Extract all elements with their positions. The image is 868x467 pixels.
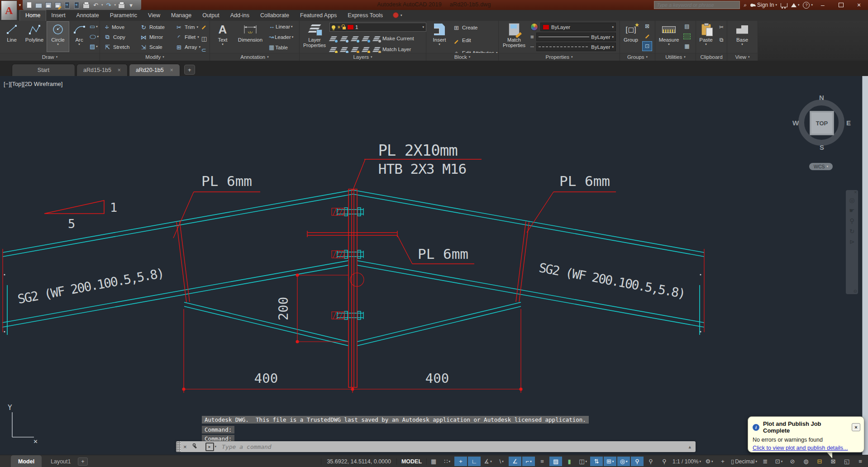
panel-label-groups[interactable]: Groups▾ [620,53,655,61]
object-snap-icon[interactable]: ⌐▾ [522,457,535,466]
layer-dropdown-arrow-icon[interactable]: ▾ [422,25,424,29]
object-isolate-icon[interactable]: ⊘ [786,457,799,466]
viewport-view-control[interactable]: [Top] [10,81,23,87]
application-menu-button[interactable]: A [1,0,17,20]
graphics-performance-icon[interactable]: ◍ [800,457,812,466]
pan-icon[interactable]: ☛ [849,207,855,214]
viewport-visual-style-control[interactable]: [2D Wireframe] [23,81,62,87]
command-recent-icon[interactable]: ▾ [215,445,217,448]
drawing-area[interactable]: Y ✕ PL 2X10mm HTB 2X3 M16 PL 6mm PL 6mm … [0,76,868,457]
minimize-button[interactable]: – [814,0,832,10]
layer-freeze-icon[interactable] [351,36,359,42]
file-tab-start[interactable]: Start [12,64,75,76]
group-edit-button[interactable] [643,32,652,41]
leader-button[interactable]: ↝Leader▾ [269,33,293,41]
ribbon-tab-manage[interactable]: Manage [166,10,197,21]
selection-cycling-icon[interactable]: ▮ [563,457,576,466]
dimension-button[interactable]: Dimension [234,22,267,52]
ortho-mode-icon[interactable]: ∟ [468,457,481,466]
notification-details-link[interactable]: Click to view plot and publish details..… [748,443,864,451]
stretch-button[interactable]: ⇱Stretch [104,42,140,52]
annotation-sync-icon[interactable]: ⚲ [658,457,671,466]
panel-label-draw[interactable]: Draw▾ [0,53,100,61]
application-menu-arrow-icon[interactable]: ▼ [18,3,22,7]
navbar-close-icon[interactable]: ✕ [854,190,857,195]
paste-dropdown-icon[interactable]: ▾ [705,43,707,46]
infer-constraints-icon[interactable]: + [454,457,467,466]
units-button[interactable]: ▯Decimal▾ [730,457,758,466]
isometric-drafting-icon[interactable]: \▾ [495,457,508,466]
viewcube-north[interactable]: N [819,94,824,101]
gizmo-icon[interactable]: ◎▾ [617,457,630,466]
layer-unlock-all-icon[interactable] [362,47,370,52]
panel-label-properties[interactable]: Properties▾ [499,53,620,61]
color-dropdown[interactable]: ByLayer▾ [540,23,616,31]
measure-button[interactable]: Measure ▾ [657,22,681,52]
plot-icon[interactable]: ⊟ [813,457,826,466]
group-button[interactable]: [◻]★ Group [621,22,641,52]
search-input[interactable] [654,1,740,9]
polar-tracking-icon[interactable]: ∡▾ [482,457,494,466]
lineweight-icon[interactable]: ≡ [530,33,534,40]
command-line-drag-handle[interactable] [176,441,181,452]
linetype-dropdown[interactable]: ByLayer▾ [536,43,616,51]
edit-block-button[interactable]: Edit [453,35,497,45]
base-button[interactable]: Base ▾ [731,22,754,52]
create-block-button[interactable]: ⊞Create [453,23,497,33]
arc-button[interactable]: Arc ▾ [70,22,89,52]
paste-button[interactable]: Paste ▾ [697,22,715,52]
quick-properties-icon[interactable]: ≣ [759,457,772,466]
orbit-icon[interactable]: ↻ [849,228,855,235]
search-icon[interactable]: ⌕ [744,2,747,8]
circle-button[interactable]: Circle ▾ [47,22,69,52]
base-dropdown-icon[interactable]: ▾ [741,43,743,46]
panel-label-utilities[interactable]: Utilities▾ [655,53,696,61]
linear-dimension-button[interactable]: ↔Linear▾ [269,23,293,30]
navigation-wheel-icon[interactable]: ◎ [849,196,854,204]
ribbon-tab-output[interactable]: Output [197,10,225,21]
linetype-icon[interactable]: ┄ [530,43,534,50]
text-dropdown-icon[interactable]: ▾ [222,43,224,46]
ribbon-tab-home[interactable]: Home [20,10,46,21]
measure-dropdown-icon[interactable]: ▾ [668,43,670,46]
command-close-icon[interactable]: × [183,443,187,450]
showmotion-icon[interactable]: ⊳ [849,238,855,245]
workspace-switching-icon[interactable]: + [716,457,729,466]
infocenter-record-icon[interactable] [393,12,399,18]
arc-dropdown-icon[interactable]: ▾ [78,43,80,46]
ribbon-tab-parametric[interactable]: Parametric [105,10,143,21]
annotation-autoscale-icon[interactable]: ⚲ [644,457,657,466]
dynamic-ucs-icon[interactable]: ⇅ [590,457,603,466]
ungroup-button[interactable]: ⊠ [643,22,652,31]
close-tab-icon[interactable]: × [118,67,121,73]
ellipse-tool-button[interactable]: ◯▾ [90,33,99,40]
panel-label-block[interactable]: Block▾ [426,53,498,61]
file-tab-ard15[interactable]: aRd15-1b5× [76,64,128,76]
move-button[interactable]: ↔↕Move [104,22,140,32]
navigation-bar[interactable]: ✕ ◎ ☛ ⚲ ↻ ⊳ ⊖ [846,190,858,294]
sign-in-button[interactable]: Sign In▾ [750,2,777,8]
ribbon-tab-annotate[interactable]: Annotate [71,10,105,21]
autodesk-apps-icon[interactable]: ▾ [791,3,800,7]
new-layout-button[interactable]: + [78,457,88,466]
lineweight-dropdown[interactable]: ByLayer▾ [536,33,616,41]
layer-lock-icon[interactable] [362,36,370,42]
object-snap-tracking-icon[interactable]: ∠ [509,457,521,466]
scale-button[interactable]: ⇲Scale [140,42,175,52]
snap-mode-icon[interactable]: ∷▾ [441,457,453,466]
ribbon-tab-insert[interactable]: Insert [46,10,71,21]
panel-label-annotation[interactable]: Annotation▾ [210,53,299,61]
notification-close-button[interactable]: × [852,423,860,431]
grid-display-icon[interactable]: ▦ [427,457,440,466]
quick-select-button[interactable]: ▤ [682,22,692,31]
viewcube[interactable]: N W E S TOP WCS▾ [794,96,854,173]
command-wrench-icon[interactable] [192,443,198,450]
lock-ui-icon[interactable]: ⊡▾ [773,457,785,466]
panel-label-view[interactable]: View▾ [727,53,758,61]
array-button[interactable]: ⊞Array▾ [175,42,202,52]
ribbon-tab-view[interactable]: View [143,10,166,21]
zoom-icon[interactable]: ⚲ [849,217,854,224]
cut-clip-button[interactable]: ✂ [717,23,726,32]
layer-dropdown[interactable]: ☀ 1 ▾ [329,23,426,32]
layer-properties-button[interactable]: Layer Properties [301,22,328,52]
